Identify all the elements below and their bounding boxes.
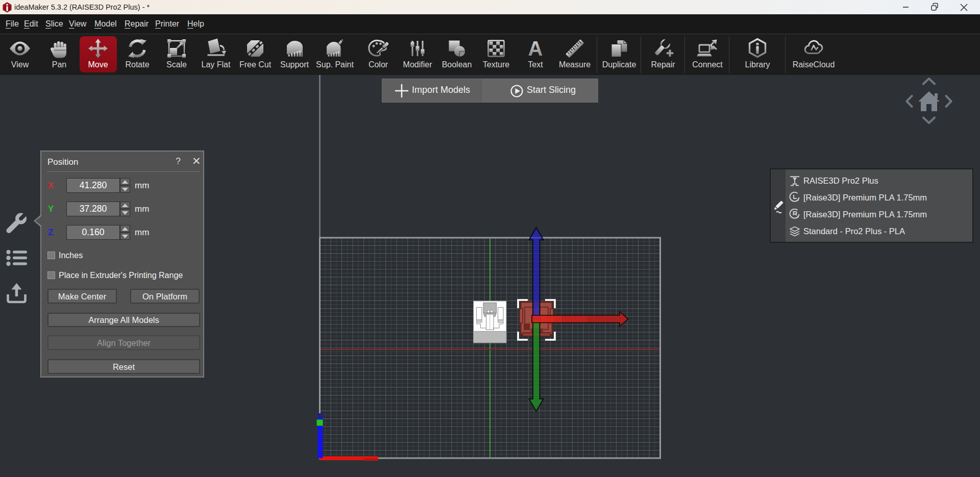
svg-text:A: A xyxy=(528,37,543,60)
